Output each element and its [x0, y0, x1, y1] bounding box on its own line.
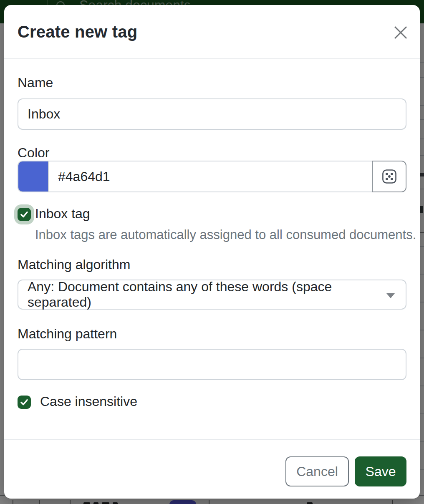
chevron-down-icon	[386, 293, 395, 298]
checkmark-icon	[20, 398, 28, 406]
name-label: Name	[18, 75, 53, 91]
dialog-footer: Cancel Save	[4, 439, 420, 499]
matching-pattern-label: Matching pattern	[18, 326, 117, 342]
name-input[interactable]	[18, 98, 406, 130]
close-button[interactable]	[391, 23, 411, 43]
matching-algorithm-label: Matching algorithm	[18, 257, 130, 272]
close-icon	[393, 25, 408, 40]
random-color-button[interactable]	[372, 161, 406, 192]
matching-pattern-input[interactable]	[18, 349, 406, 380]
dice-icon	[381, 169, 397, 184]
checkmark-icon	[20, 210, 28, 219]
inbox-tag-help-text: Inbox tags are automatically assigned to…	[35, 227, 416, 242]
color-label: Color	[18, 145, 49, 161]
color-input-group	[18, 161, 406, 192]
matching-algorithm-select[interactable]: Any: Document contains any of these word…	[18, 280, 406, 310]
case-insensitive-checkbox[interactable]	[18, 396, 31, 409]
inbox-tag-label[interactable]: Inbox tag	[35, 206, 90, 222]
matching-algorithm-value: Any: Document contains any of these word…	[28, 279, 396, 310]
dialog-header: Create new tag	[4, 5, 420, 59]
inbox-tag-checkbox[interactable]	[18, 208, 31, 221]
dialog-title: Create new tag	[18, 23, 137, 41]
color-swatch[interactable]	[18, 161, 48, 192]
case-insensitive-label[interactable]: Case insensitive	[40, 394, 137, 409]
color-hex-input[interactable]	[48, 161, 373, 192]
create-tag-dialog: Create new tag Name Color	[4, 5, 420, 499]
save-button[interactable]: Save	[355, 456, 406, 486]
cancel-button[interactable]: Cancel	[285, 456, 349, 486]
